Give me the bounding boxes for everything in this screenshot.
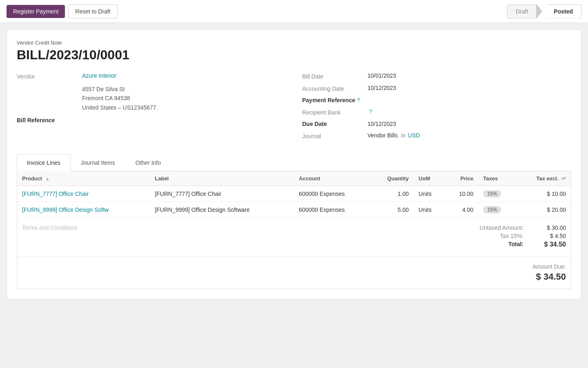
right-col: Bill Date 10/01/2023 Accounting Date 10/…: [302, 72, 571, 144]
col-account[interactable]: Account: [294, 171, 370, 186]
cell-tax-excl-1: $ 20.00: [517, 202, 571, 218]
col-settings-icon[interactable]: ⇌: [561, 175, 566, 182]
main-content: Vendor Credit Note BILL/2023/10/0001 Ven…: [7, 29, 581, 299]
form-grid: Vendor Azure Interior 4557 De Silva St F…: [17, 72, 571, 144]
cell-product-0[interactable]: [FURN_7777] Office Chair: [17, 186, 150, 202]
terms-conditions[interactable]: Terms and Conditions: [22, 224, 77, 231]
col-label[interactable]: Label: [150, 171, 294, 186]
payment-reference-row: Payment Reference ?: [302, 97, 571, 103]
amount-due-label: Amount Due:: [22, 263, 566, 270]
cell-label-1: [FURN_9999] Office Design Software: [150, 202, 294, 218]
payment-reference-help-icon[interactable]: ?: [357, 97, 360, 103]
amount-due-value: $ 34.50: [22, 272, 566, 282]
toolbar-left: Register Payment Reset to Draft: [7, 4, 118, 18]
col-tax-excl[interactable]: Tax excl. ⇌: [517, 171, 571, 186]
status-posted[interactable]: Posted: [542, 4, 581, 18]
reset-to-draft-button[interactable]: Reset to Draft: [68, 4, 117, 18]
bill-date-label: Bill Date: [302, 72, 368, 80]
total-value: $ 34.50: [533, 241, 566, 248]
cell-label-0: [FURN_7777] Office Chair: [150, 186, 294, 202]
status-draft[interactable]: Draft: [507, 4, 537, 18]
accounting-date-label: Accounting Date: [302, 85, 368, 92]
address-line1: 4557 De Silva St: [82, 85, 286, 94]
cell-uom-0: Units: [414, 186, 445, 202]
journal-value[interactable]: Vendor Bills: [368, 132, 398, 139]
col-quantity[interactable]: Quantity: [370, 171, 414, 186]
due-date-row: Due Date 10/12/2023: [302, 121, 571, 127]
journal-row: Journal Vendor Bills in USD: [302, 132, 571, 139]
vendor-label: Vendor: [17, 72, 82, 80]
total-row: Total: $ 34.50: [466, 241, 566, 248]
journal-currency[interactable]: USD: [408, 132, 420, 139]
journal-in: in: [401, 132, 405, 139]
toolbar: Register Payment Reset to Draft Draft Po…: [0, 0, 588, 23]
cell-uom-1: Units: [414, 202, 445, 218]
status-bar: Draft Posted: [507, 4, 581, 19]
tab-journal-items[interactable]: Journal Items: [71, 154, 125, 171]
recipient-bank-row: Recipient Bank ?: [302, 108, 571, 116]
untaxed-row: Untaxed Amount: $ 30.00: [466, 224, 566, 231]
journal-label: Journal: [302, 132, 368, 139]
left-col: Vendor Azure Interior 4557 De Silva St F…: [17, 72, 286, 144]
register-payment-button[interactable]: Register Payment: [7, 5, 65, 18]
accounting-date-value[interactable]: 10/12/2023: [368, 85, 396, 91]
tab-invoice-lines[interactable]: Invoice Lines: [17, 154, 71, 171]
sort-icon: ▲: [45, 176, 50, 181]
tab-other-info[interactable]: Other Info: [125, 154, 171, 171]
cell-taxes-0: 15%: [478, 186, 517, 202]
status-arrow: [537, 4, 542, 19]
totals-table: Untaxed Amount: $ 30.00 Tax 15%: $ 4.50 …: [466, 224, 566, 250]
tax-row: Tax 15%: $ 4.50: [466, 233, 566, 239]
total-label: Total:: [466, 241, 523, 248]
col-product[interactable]: Product ▲: [17, 171, 150, 186]
table-header-row: Product ▲ Label Account Quantity UoM Pri…: [17, 171, 571, 186]
cell-quantity-0: 1.00: [370, 186, 414, 202]
address-line3: United States – US12345677: [82, 103, 286, 112]
bill-date-row: Bill Date 10/01/2023: [302, 72, 571, 80]
col-uom[interactable]: UoM: [414, 171, 445, 186]
tabs: Invoice Lines Journal Items Other Info: [17, 154, 571, 171]
footer-section: Terms and Conditions Untaxed Amount: $ 3…: [17, 218, 571, 256]
vendor-name[interactable]: Azure Interior: [82, 72, 116, 79]
recipient-bank-label: Recipient Bank: [302, 108, 368, 116]
table-row: [FURN_7777] Office Chair [FURN_7777] Off…: [17, 186, 571, 202]
col-price[interactable]: Price: [445, 171, 478, 186]
tax-label: Tax 15%:: [466, 233, 523, 239]
cell-quantity-1: 5.00: [370, 202, 414, 218]
amount-due-section: Amount Due: $ 34.50: [17, 256, 571, 289]
recipient-bank-help-icon[interactable]: ?: [369, 108, 372, 114]
bill-number: BILL/2023/10/0001: [17, 47, 571, 63]
cell-taxes-1: 15%: [478, 202, 517, 218]
vendor-field-row: Vendor Azure Interior: [17, 72, 286, 80]
cell-tax-excl-0: $ 10.00: [517, 186, 571, 202]
cell-account-0: 600000 Expenses: [294, 186, 370, 202]
tax-value: $ 4.50: [533, 233, 566, 239]
payment-reference-label: Payment Reference: [302, 97, 355, 103]
table-row: [FURN_9999] Office Design Softw [FURN_99…: [17, 202, 571, 218]
cell-price-1: 4.00: [445, 202, 478, 218]
vendor-credit-label: Vendor Credit Note: [17, 40, 571, 46]
bill-reference-label: Bill Reference: [17, 117, 286, 123]
col-taxes[interactable]: Taxes: [478, 171, 517, 186]
accounting-date-row: Accounting Date 10/12/2023: [302, 85, 571, 92]
due-date-value[interactable]: 10/12/2023: [368, 121, 396, 127]
invoice-lines-table: Product ▲ Label Account Quantity UoM Pri…: [17, 171, 571, 289]
cell-account-1: 600000 Expenses: [294, 202, 370, 218]
due-date-label: Due Date: [302, 121, 368, 127]
bill-date-value[interactable]: 10/01/2023: [368, 72, 396, 79]
cell-price-0: 10.00: [445, 186, 478, 202]
cell-product-1[interactable]: [FURN_9999] Office Design Softw: [17, 202, 150, 218]
untaxed-value: $ 30.00: [533, 224, 566, 231]
address-line2: Fremont CA 94538: [82, 94, 286, 103]
vendor-address: 4557 De Silva St Fremont CA 94538 United…: [82, 85, 286, 112]
untaxed-label: Untaxed Amount:: [466, 224, 523, 231]
